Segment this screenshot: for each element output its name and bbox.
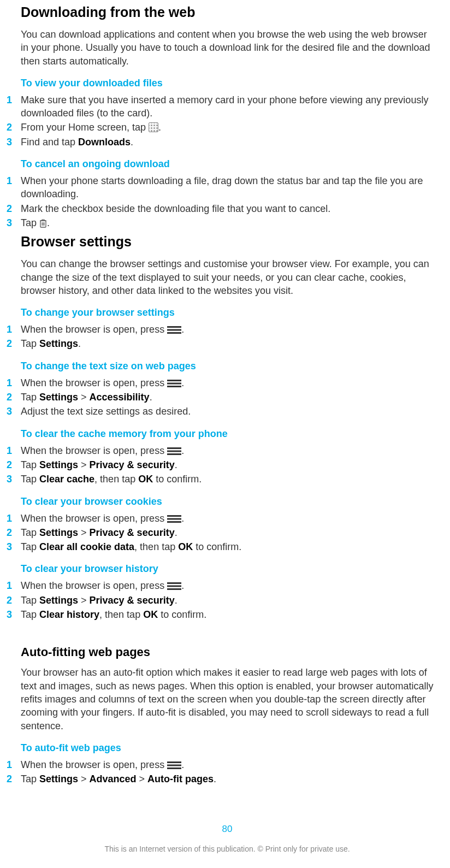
menu-icon xyxy=(167,582,181,591)
footer: 80 This is an Internet version of this p… xyxy=(21,824,434,853)
svg-rect-1 xyxy=(167,326,181,328)
step-item: 1 When the browser is open, press . xyxy=(21,323,434,336)
svg-rect-9 xyxy=(167,453,181,455)
step-text: Find and tap Downloads. xyxy=(21,135,434,149)
step-item: 3 Tap Clear history, then tap OK to conf… xyxy=(21,608,434,621)
svg-rect-10 xyxy=(167,515,181,517)
menu-icon xyxy=(167,326,181,334)
step-item: 3 Tap Clear cache, then tap OK to confir… xyxy=(21,473,434,486)
step-item: 1 Make sure that you have inserted a mem… xyxy=(21,93,434,120)
step-item: 2 Tap Settings > Privacy & security. xyxy=(21,594,434,607)
step-item: 2 Tap Settings > Advanced > Auto-fit pag… xyxy=(21,772,434,786)
step-text: Adjust the text size settings as desired… xyxy=(21,405,434,418)
step-item: 1 When the browser is open, press . xyxy=(21,579,434,592)
svg-rect-7 xyxy=(167,447,181,449)
step-item: 3 Adjust the text size settings as desir… xyxy=(21,405,434,418)
step-text: Tap Settings. xyxy=(21,337,434,350)
step-text: Tap Clear cache, then tap OK to confirm. xyxy=(21,473,434,486)
step-text: When the browser is open, press . xyxy=(21,444,434,457)
subheading: To change your browser settings xyxy=(21,307,434,318)
svg-rect-6 xyxy=(167,386,181,387)
step-item: 1 When your phone starts downloading a f… xyxy=(21,174,434,201)
step-item: 3 Find and tap Downloads. xyxy=(21,135,434,149)
step-text: Tap Settings > Privacy & security. xyxy=(21,594,434,607)
step-list: 1 When your phone starts downloading a f… xyxy=(21,174,434,229)
step-text: Tap Settings > Privacy & security. xyxy=(21,526,434,539)
paragraph: Your browser has an auto-fit option whic… xyxy=(21,666,434,732)
step-number: 3 xyxy=(7,405,21,418)
menu-icon xyxy=(167,447,181,456)
svg-rect-13 xyxy=(167,582,181,584)
menu-icon xyxy=(167,761,181,770)
step-number: 3 xyxy=(7,216,21,229)
svg-rect-15 xyxy=(167,588,181,590)
subheading: To auto-fit web pages xyxy=(21,742,434,754)
subheading: To view your downloaded files xyxy=(21,78,434,89)
page-number: 80 xyxy=(21,824,434,835)
svg-rect-3 xyxy=(167,332,181,334)
step-item: 3 Tap Clear all cookie data, then tap OK… xyxy=(21,540,434,553)
heading-browser-settings: Browser settings xyxy=(21,234,434,250)
svg-rect-12 xyxy=(167,521,181,523)
paragraph: You can download applications and conten… xyxy=(21,28,434,68)
step-text: Tap Clear all cookie data, then tap OK t… xyxy=(21,540,434,553)
step-list: 1 When the browser is open, press . 2 Ta… xyxy=(21,323,434,351)
subheading: To cancel an ongoing download xyxy=(21,158,434,170)
step-number: 1 xyxy=(7,93,21,107)
step-number: 1 xyxy=(7,579,21,592)
svg-rect-8 xyxy=(167,450,181,452)
step-item: 1 When the browser is open, press . xyxy=(21,758,434,771)
step-text: When the browser is open, press . xyxy=(21,512,434,525)
heading-autofit: Auto-fitting web pages xyxy=(21,645,434,659)
step-number: 3 xyxy=(7,540,21,553)
step-text: When the browser is open, press . xyxy=(21,376,434,389)
step-item: 2 Tap Settings > Privacy & security. xyxy=(21,458,434,471)
menu-icon xyxy=(167,515,181,523)
step-item: 1 When the browser is open, press . xyxy=(21,376,434,389)
step-text: Mark the checkbox beside the downloading… xyxy=(21,202,434,215)
step-number: 2 xyxy=(7,526,21,539)
app-grid-icon xyxy=(149,122,158,132)
step-text: Tap Clear history, then tap OK to confir… xyxy=(21,608,434,621)
svg-rect-17 xyxy=(167,764,181,766)
step-item: 2 Mark the checkbox beside the downloadi… xyxy=(21,202,434,215)
step-number: 2 xyxy=(7,594,21,607)
step-number: 3 xyxy=(7,608,21,621)
step-item: 2 Tap Settings > Accessibility. xyxy=(21,391,434,404)
step-text: Tap Settings > Privacy & security. xyxy=(21,458,434,471)
subheading: To clear your browser cookies xyxy=(21,496,434,507)
step-list: 1 When the browser is open, press . 2 Ta… xyxy=(21,444,434,486)
step-number: 1 xyxy=(7,512,21,525)
heading-downloading: Downloading from the web xyxy=(21,4,434,20)
step-number: 3 xyxy=(7,473,21,486)
step-list: 1 When the browser is open, press . 2 Ta… xyxy=(21,579,434,621)
step-text: When the browser is open, press . xyxy=(21,323,434,336)
step-text: From your Home screen, tap . xyxy=(21,121,434,134)
step-item: 2 From your Home screen, tap . xyxy=(21,121,434,134)
step-list: 1 When the browser is open, press . 2 Ta… xyxy=(21,758,434,786)
trash-icon xyxy=(39,219,47,228)
step-number: 2 xyxy=(7,337,21,350)
step-number: 1 xyxy=(7,376,21,389)
step-list: 1 Make sure that you have inserted a mem… xyxy=(21,93,434,149)
step-list: 1 When the browser is open, press . 2 Ta… xyxy=(21,512,434,554)
step-text: When the browser is open, press . xyxy=(21,579,434,592)
step-number: 3 xyxy=(7,135,21,149)
svg-rect-2 xyxy=(167,329,181,331)
step-text: Tap . xyxy=(21,216,434,229)
step-list: 1 When the browser is open, press . 2 Ta… xyxy=(21,376,434,418)
step-item: 2 Tap Settings. xyxy=(21,337,434,350)
step-item: 3 Tap . xyxy=(21,216,434,229)
step-number: 2 xyxy=(7,121,21,134)
svg-rect-16 xyxy=(167,761,181,763)
step-number: 1 xyxy=(7,323,21,336)
svg-rect-14 xyxy=(167,586,181,587)
document-page: Downloading from the web You can downloa… xyxy=(0,4,450,868)
step-text: Tap Settings > Accessibility. xyxy=(21,391,434,404)
svg-rect-18 xyxy=(167,767,181,769)
subheading: To clear your browser history xyxy=(21,563,434,575)
step-number: 2 xyxy=(7,458,21,471)
svg-rect-5 xyxy=(167,382,181,384)
step-number: 2 xyxy=(7,391,21,404)
step-number: 1 xyxy=(7,174,21,187)
